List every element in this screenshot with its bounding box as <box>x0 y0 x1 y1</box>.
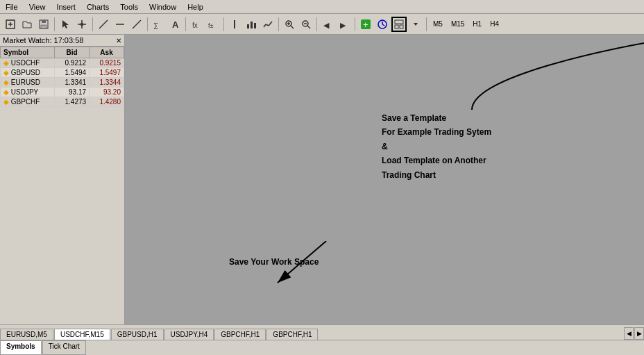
line-button[interactable] <box>96 17 111 32</box>
menu-tools[interactable]: Tools <box>115 1 144 13</box>
draw-button[interactable] <box>129 17 144 32</box>
symbol-cell[interactable]: ◆ USDJPY <box>1 88 55 97</box>
chart-tab[interactable]: EURUSD,M5 <box>0 329 53 340</box>
menu-window[interactable]: Window <box>144 1 182 13</box>
svg-line-31 <box>382 24 384 26</box>
toolbar-separator-9 <box>426 17 427 31</box>
menu-file[interactable]: File <box>0 1 24 13</box>
h4-button[interactable]: H4 <box>486 17 502 32</box>
chart-area[interactable]: Save a Template For Example Trading Syte… <box>125 35 644 324</box>
left-panel: Market Watch: 17:03:58 ✕ Symbol Bid Ask … <box>0 35 125 324</box>
svg-rect-13 <box>251 22 253 28</box>
m5-button[interactable]: M5 <box>430 17 446 32</box>
period-sep-button[interactable] <box>227 17 242 32</box>
menu-insert[interactable]: Insert <box>51 1 81 13</box>
svg-text:f±: f± <box>208 22 214 29</box>
symbol-cell[interactable]: ◆ EURUSD <box>1 78 55 88</box>
tab-scroll-left[interactable]: ◀ <box>624 327 634 340</box>
toolbar-separator-2 <box>92 17 93 31</box>
open-button[interactable] <box>19 17 35 32</box>
symbol-cell[interactable]: ◆ USDCHF <box>1 58 55 68</box>
chart-tabs: EURUSD,M5USDCHF,M15GBPUSD,H1USDJPY,H4GBP… <box>0 324 644 340</box>
ask-cell: 1.4280 <box>90 97 124 107</box>
annotation-line2: For Example Trading Sytem <box>382 127 491 137</box>
svg-text:A: A <box>172 19 179 30</box>
chart-tab[interactable]: GBPCHF,H1 <box>214 329 266 340</box>
bid-cell: 0.9212 <box>55 58 90 68</box>
zoom-out-button[interactable] <box>298 17 314 32</box>
new-chart-button[interactable] <box>3 17 18 32</box>
back-button[interactable]: ◀ <box>320 17 335 32</box>
menu-view[interactable]: View <box>24 1 51 13</box>
toolbar-separator-4 <box>185 17 186 31</box>
svg-line-23 <box>307 26 310 28</box>
toolbar: ∑ A fx f± ◀ ▶ + M5 M1 <box>0 14 644 35</box>
fibonacci-button[interactable]: ∑ <box>151 17 166 32</box>
template-annotation: Save a Template For Example Trading Syte… <box>382 111 491 182</box>
main-layout: Market Watch: 17:03:58 ✕ Symbol Bid Ask … <box>0 35 644 324</box>
market-row: ◆ GBPCHF 1.4273 1.4280 <box>1 97 124 107</box>
toolbar-separator-6 <box>278 17 279 31</box>
symbol-cell[interactable]: ◆ GBPCHF <box>1 97 55 107</box>
text-button[interactable]: A <box>167 17 183 32</box>
workspace-arrow <box>257 241 396 311</box>
svg-text:fx: fx <box>192 22 198 29</box>
svg-text:◀: ◀ <box>323 21 330 29</box>
svg-line-17 <box>269 22 272 26</box>
bid-cell: 93.17 <box>55 88 90 97</box>
save-button[interactable] <box>36 17 51 32</box>
symbol-cell[interactable]: ◆ GBPUSD <box>1 68 55 78</box>
svg-rect-12 <box>247 24 249 28</box>
svg-line-5 <box>99 20 108 28</box>
template-dropdown[interactable] <box>408 17 423 32</box>
ask-cell: 0.9215 <box>90 58 124 68</box>
market-watch-header: Market Watch: 17:03:58 ✕ <box>0 35 124 47</box>
m15-button[interactable]: M15 <box>448 17 468 32</box>
menu-help[interactable]: Help <box>182 1 209 13</box>
ask-cell: 93.20 <box>90 88 124 97</box>
chart-type2-button[interactable] <box>260 17 276 32</box>
toolbar-separator-5 <box>223 17 224 31</box>
ask-cell: 1.3344 <box>90 78 124 88</box>
svg-line-16 <box>266 24 269 26</box>
chart-type-button[interactable] <box>244 17 259 32</box>
crosshair-button[interactable] <box>74 17 90 32</box>
bid-cell: 1.3341 <box>55 78 90 88</box>
svg-rect-14 <box>254 23 256 28</box>
chart-tab[interactable]: GBPCHF,H1 <box>266 329 318 340</box>
market-row: ◆ USDJPY 93.17 93.20 <box>1 88 124 97</box>
indicators-button[interactable]: fx <box>189 17 204 32</box>
svg-rect-32 <box>395 20 403 24</box>
svg-line-19 <box>291 26 294 28</box>
svg-rect-2 <box>42 20 46 23</box>
zoom-in-button[interactable] <box>282 17 297 32</box>
market-watch-close[interactable]: ✕ <box>116 37 121 44</box>
market-row: ◆ EURUSD 1.3341 1.3344 <box>1 78 124 88</box>
clock-button[interactable] <box>375 17 390 32</box>
annotation-line5: Trading Chart <box>382 170 436 180</box>
svg-text:∑: ∑ <box>153 22 158 29</box>
toolbar-separator-1 <box>54 17 55 31</box>
toolbar-separator-8 <box>355 17 355 31</box>
tab-scroll-right[interactable]: ▶ <box>634 327 644 340</box>
forward-button[interactable]: ▶ <box>337 17 352 32</box>
workspace-annotation-text: Save Your Work Space <box>229 257 319 267</box>
svg-rect-33 <box>395 25 398 28</box>
svg-rect-34 <box>400 25 403 28</box>
h1-button[interactable]: H1 <box>469 17 485 32</box>
annotation-line3: & <box>382 142 388 151</box>
chart-tab[interactable]: GBPUSD,H1 <box>111 329 164 340</box>
market-row: ◆ USDCHF 0.9212 0.9215 <box>1 58 124 68</box>
annotation-line4: Load Template on Another <box>382 156 486 165</box>
indicator2-button[interactable]: f± <box>205 17 221 32</box>
symbols-tab[interactable]: Symbols <box>0 340 42 355</box>
chart-tab[interactable]: USDCHF,M15 <box>54 329 110 340</box>
cursor-button[interactable] <box>58 17 73 32</box>
menu-charts[interactable]: Charts <box>81 1 115 13</box>
hline-button[interactable] <box>112 17 128 32</box>
chart-tab[interactable]: USDJPY,H4 <box>164 329 214 340</box>
add-symbol-button[interactable]: + <box>358 17 373 32</box>
template-button[interactable] <box>391 17 407 32</box>
tick-chart-tab[interactable]: Tick Chart <box>42 340 86 355</box>
svg-line-15 <box>264 24 266 27</box>
